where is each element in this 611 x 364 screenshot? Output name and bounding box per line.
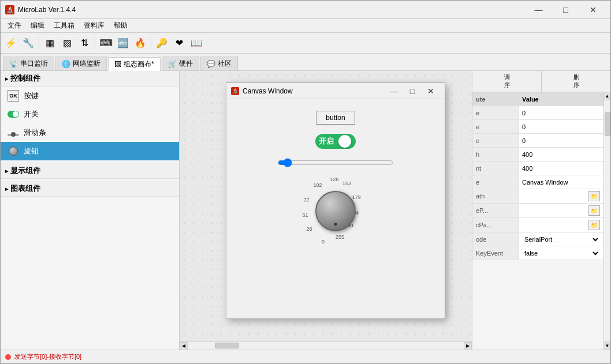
tab-canvas[interactable]: 🖼 组态画布* [108, 57, 161, 71]
props-key-1: e [472, 120, 519, 133]
canvas-window-icon: 🔬 [231, 87, 239, 95]
vscroll-track[interactable] [604, 100, 610, 342]
props-select-10[interactable]: false true [522, 249, 600, 257]
widget-slider[interactable] [278, 158, 393, 167]
props-val-1[interactable] [519, 120, 603, 133]
tab-network-label: 网络监听 [73, 59, 100, 69]
tab-community[interactable]: 💬 社区 [200, 57, 238, 70]
scroll-up-btn[interactable]: ▲ [604, 92, 611, 100]
props-input-6[interactable] [522, 193, 587, 200]
vscroll-thumb[interactable] [605, 112, 610, 136]
sidebar-item-slider-label: 滑动条 [24, 127, 46, 138]
sidebar-control-title: 控制组件 [10, 73, 40, 84]
props-input-5[interactable] [522, 179, 600, 186]
menu-help[interactable]: 帮助 [109, 20, 132, 32]
toolbar-btn-3[interactable]: ▨ [59, 35, 75, 51]
horizontal-scrollbar: ◀ ▶ [180, 342, 472, 350]
toolbar-btn-4[interactable]: ⇅ [76, 35, 92, 51]
knob-label-26: 26 [307, 226, 312, 232]
props-val-9[interactable]: SerialPort [519, 232, 603, 246]
toolbar-btn-2[interactable]: ▦ [42, 35, 58, 51]
sidebar: ▸ 控制组件 OK 按键 开关 [1, 71, 180, 350]
props-key-9: ode [472, 232, 519, 246]
sidebar-item-slider[interactable]: 滑动条 [1, 123, 179, 142]
app-icon: 🔬 [5, 5, 14, 14]
menu-file[interactable]: 文件 [3, 20, 26, 32]
prop-btn-order[interactable]: 调 序 [472, 71, 542, 92]
props-val-4[interactable] [519, 162, 603, 175]
sidebar-chart-title: 图表组件 [10, 183, 40, 194]
props-key-10: KeyEvent [472, 246, 519, 260]
sidebar-display-expand-icon: ▸ [5, 168, 8, 174]
tab-community-icon: 💬 [207, 60, 215, 68]
props-input-0[interactable] [522, 110, 600, 117]
props-input-1[interactable] [522, 123, 600, 130]
sidebar-item-button[interactable]: OK 按键 [1, 87, 179, 105]
props-key-8: cPa... [472, 218, 519, 232]
toolbar-btn-10[interactable]: 📖 [188, 35, 204, 51]
app-title: MicroLab Ver.1.4.4 [18, 6, 76, 14]
tab-network[interactable]: 🌐 网络监听 [55, 57, 107, 70]
minimize-button[interactable]: — [526, 4, 552, 16]
props-browse-7[interactable]: 📁 [588, 205, 600, 216]
tab-serial[interactable]: 📡 串口监听 [3, 57, 54, 70]
maximize-button[interactable]: □ [553, 4, 579, 16]
tab-hardware[interactable]: 🛒 硬件 [162, 57, 199, 70]
scroll-track[interactable] [188, 342, 464, 350]
prop-btn-order-label2: 序 [504, 81, 510, 89]
window-controls: — □ ✕ [526, 4, 606, 16]
canvas-window-minimize[interactable]: — [385, 85, 403, 97]
props-input-3[interactable] [522, 151, 600, 158]
props-val-10[interactable]: false true [519, 246, 603, 260]
toolbar-btn-6[interactable]: 🔤 [115, 35, 131, 51]
toolbar-btn-9[interactable]: ❤ [171, 35, 187, 51]
props-val-5[interactable] [519, 175, 603, 189]
toolbar-btn-5[interactable]: ⌨ [98, 35, 114, 51]
properties-table: ute Value e e e [472, 92, 603, 350]
button-icon: OK [8, 90, 19, 102]
vertical-scrollbar: ▲ ▼ [603, 92, 610, 350]
props-header-value: Value [519, 92, 603, 106]
canvas-window-close[interactable]: ✕ [422, 85, 440, 97]
props-input-2[interactable] [522, 137, 600, 144]
menu-resources[interactable]: 资料库 [79, 20, 109, 32]
sidebar-chart-expand-icon: ▸ [5, 186, 8, 192]
props-val-3[interactable] [519, 148, 603, 161]
toolbar: ⚡ 🔧 ▦ ▨ ⇅ ⌨ 🔤 🔥 🔑 ❤ 📖 [1, 33, 610, 54]
props-browse-8[interactable]: 📁 [588, 220, 600, 230]
props-input-8[interactable] [522, 222, 587, 228]
props-row-10: KeyEvent false true [472, 246, 603, 260]
slider-input[interactable] [278, 158, 393, 167]
canvas-window-maximize[interactable]: □ [403, 85, 422, 97]
scroll-thumb[interactable] [215, 343, 239, 348]
widget-toggle[interactable]: 开启 [315, 134, 356, 149]
props-val-2[interactable] [519, 134, 603, 147]
prop-btn-delete[interactable]: 删 序 [542, 71, 610, 92]
toggle-knob [338, 135, 351, 148]
canvas-window-titlebar[interactable]: 🔬 Canvas Window — □ ✕ [226, 83, 445, 99]
toolbar-btn-8[interactable]: 🔑 [154, 35, 170, 51]
sidebar-item-switch[interactable]: 开关 [1, 105, 179, 123]
widget-knob[interactable]: 128 153 179 204 230 255 0 26 51 77 102 [301, 177, 370, 246]
prop-btn-delete-label2: 序 [573, 81, 579, 89]
props-select-9[interactable]: SerialPort [522, 235, 600, 243]
scroll-right-btn[interactable]: ▶ [464, 342, 472, 350]
sidebar-item-knob[interactable]: 旋钮 [1, 142, 179, 160]
widget-toggle-label: 开启 [316, 136, 334, 147]
props-input-7[interactable] [522, 207, 587, 214]
scroll-left-btn[interactable]: ◀ [180, 342, 188, 350]
props-input-4[interactable] [522, 165, 600, 172]
menu-tools[interactable]: 工具箱 [49, 20, 79, 32]
props-val-0[interactable] [519, 106, 603, 119]
toolbar-btn-0[interactable]: ⚡ [3, 35, 19, 51]
menu-edit[interactable]: 编辑 [26, 20, 49, 32]
toolbar-btn-7[interactable]: 🔥 [132, 35, 148, 51]
toolbar-btn-1[interactable]: 🔧 [20, 35, 36, 51]
canvas-area[interactable]: 🔬 Canvas Window — □ ✕ button 开启 [180, 71, 472, 342]
widget-button[interactable]: button [316, 111, 355, 125]
close-button[interactable]: ✕ [580, 4, 606, 16]
canvas-window: 🔬 Canvas Window — □ ✕ button 开启 [226, 82, 445, 319]
scroll-down-btn[interactable]: ▼ [604, 342, 611, 350]
props-browse-6[interactable]: 📁 [588, 191, 600, 201]
props-row-8: cPa... 📁 [472, 218, 603, 232]
